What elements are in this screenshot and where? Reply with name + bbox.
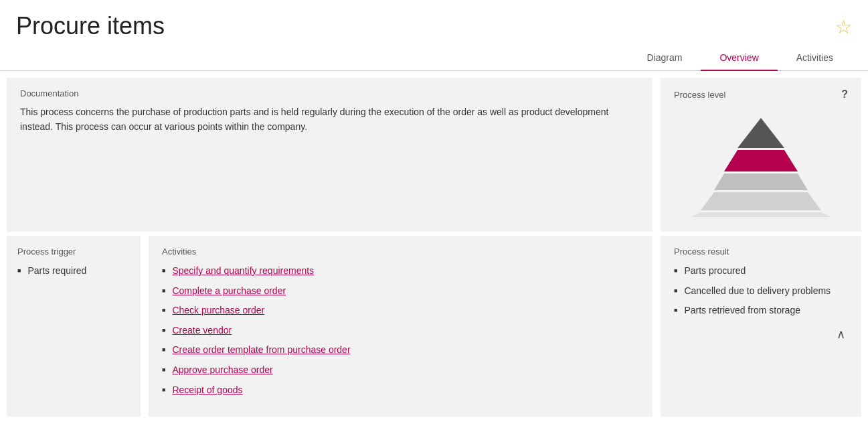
page-title: Procure items [16,12,165,40]
list-item: Parts retrieved from storage [674,304,848,317]
process-level-header: Process level ? [674,88,848,100]
list-item: Approve purchase order [162,364,639,377]
process-trigger-label: Process trigger [17,246,130,257]
list-item: Cancelled due to delivery problems [674,285,848,298]
list-item: Create order template from purchase orde… [162,344,639,357]
svg-marker-1 [724,150,798,171]
activities-list: Specify and quantify requirements Comple… [162,265,639,397]
trigger-item-text: Parts required [27,265,86,278]
activities-label: Activities [162,246,639,257]
activity-link-5[interactable]: Create order template from purchase orde… [172,344,350,357]
bookmark-star-icon[interactable]: ☆ [835,16,852,38]
tabs-bar: Diagram Overview Activities [0,47,868,71]
activity-link-3[interactable]: Check purchase order [172,304,264,317]
activity-link-4[interactable]: Create vendor [172,324,232,338]
tab-diagram[interactable]: Diagram [628,47,701,71]
process-result-label: Process result [674,246,848,257]
scroll-up-button[interactable]: ∧ [837,327,845,342]
tab-activities[interactable]: Activities [778,47,852,71]
pyramid-diagram [687,111,835,218]
documentation-label: Documentation [20,88,639,98]
svg-marker-0 [737,118,784,148]
trigger-list: Parts required [17,265,130,278]
process-trigger-panel: Process trigger Parts required [7,236,141,417]
process-level-label: Process level [674,90,725,100]
result-list: Parts procured Cancelled due to delivery… [674,265,848,317]
documentation-panel: Documentation This process concerns the … [7,78,653,232]
activity-link-1[interactable]: Specify and quantify requirements [172,265,314,278]
activity-link-6[interactable]: Approve purchase order [172,364,272,377]
svg-marker-4 [691,212,831,217]
process-level-panel: Process level ? [661,78,861,232]
tab-overview[interactable]: Overview [701,47,777,71]
list-item: Check purchase order [162,304,639,317]
list-item: Specify and quantify requirements [162,265,639,278]
activities-panel: Activities Specify and quantify requirem… [149,236,653,417]
activity-link-2[interactable]: Complete a purchase order [172,285,286,298]
result-item-1: Parts procured [684,265,746,278]
process-result-panel: Process result Parts procured Cancelled … [661,236,861,417]
documentation-text: This process concerns the purchase of pr… [20,105,639,134]
top-section: Documentation This process concerns the … [0,71,868,236]
svg-marker-3 [701,192,821,210]
svg-marker-2 [714,173,808,190]
list-item: Parts procured [674,265,848,278]
result-item-3: Parts retrieved from storage [684,304,800,317]
list-item: Parts required [17,265,130,278]
scroll-up-container: ∧ [674,324,848,342]
page-header: Procure items ☆ [0,0,868,47]
activity-link-7[interactable]: Receipt of goods [172,384,242,397]
bottom-section: Process trigger Parts required Activitie… [0,236,868,423]
pyramid-container [674,111,848,218]
result-item-2: Cancelled due to delivery problems [684,285,831,298]
main-content: Documentation This process concerns the … [0,71,868,423]
list-item: Receipt of goods [162,384,639,397]
list-item: Create vendor [162,324,639,338]
help-icon[interactable]: ? [841,88,848,100]
list-item: Complete a purchase order [162,285,639,298]
